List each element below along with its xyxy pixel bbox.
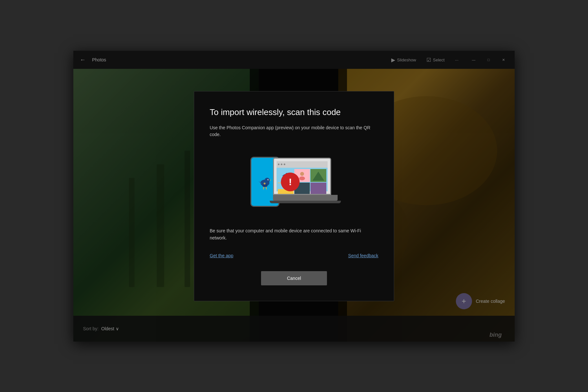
- svg-point-7: [265, 178, 270, 183]
- svg-point-15: [264, 183, 266, 185]
- laptop-screen: [273, 158, 331, 195]
- dialog-actions: Cancel: [210, 271, 378, 285]
- send-feedback-link[interactable]: Send feedback: [348, 253, 378, 258]
- cancel-button[interactable]: Cancel: [261, 271, 327, 285]
- svg-point-9: [268, 179, 269, 180]
- laptop-photo-mountain: [310, 169, 326, 182]
- dialog-subtitle: Use the Photos Companion app (preview) o…: [210, 124, 378, 138]
- svg-marker-10: [270, 180, 272, 181]
- dialog-links: Get the app Send feedback: [210, 253, 378, 258]
- laptop-base: [273, 195, 338, 201]
- modal-overlay: To import wirelessly, scan this code Use…: [73, 51, 515, 342]
- bird-on-phone: [257, 174, 273, 190]
- warning-badge: !: [281, 173, 299, 191]
- main-window: ← Photos ▶ Slideshow ☑ Select ··· — □ ✕: [73, 51, 515, 342]
- svg-point-21: [299, 176, 305, 180]
- svg-marker-22: [312, 172, 324, 181]
- svg-line-13: [263, 187, 264, 189]
- svg-point-20: [300, 172, 304, 176]
- svg-line-14: [266, 187, 267, 189]
- import-dialog: To import wirelessly, scan this code Use…: [194, 91, 394, 302]
- dialog-body: Be sure that your computer and mobile de…: [210, 227, 378, 242]
- laptop-photo-purple: [310, 183, 326, 195]
- dialog-title: To import wirelessly, scan this code: [210, 107, 378, 118]
- dialog-illustration: !: [210, 150, 378, 214]
- get-app-link[interactable]: Get the app: [210, 253, 233, 258]
